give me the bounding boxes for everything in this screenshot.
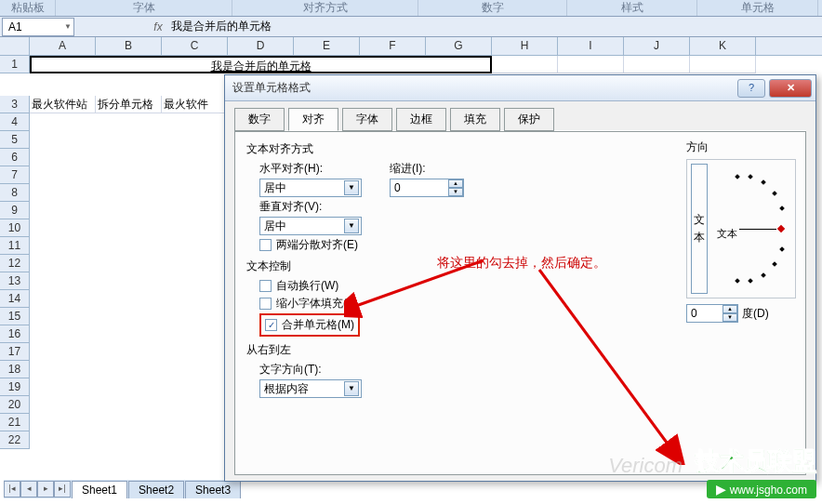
row-header[interactable]: 7: [0, 166, 30, 184]
row-header[interactable]: 18: [0, 361, 30, 378]
annotation-text: 将这里的勾去掉，然后确定。: [437, 255, 606, 272]
justify-distributed-checkbox[interactable]: [259, 239, 272, 251]
row-header[interactable]: 21: [0, 414, 30, 431]
row-header-1[interactable]: 1: [0, 56, 30, 73]
row-header[interactable]: 10: [0, 219, 30, 237]
col-header-a[interactable]: A: [30, 37, 96, 55]
ribbon-group-clipboard: 粘贴板: [0, 0, 56, 16]
spin-up-icon[interactable]: ▲: [723, 305, 737, 313]
orientation-dial[interactable]: 文本: [708, 164, 791, 294]
merge-cells-checkbox[interactable]: ✓: [265, 319, 277, 331]
sheet-nav-last-icon[interactable]: ▸|: [54, 481, 71, 497]
spin-up-icon[interactable]: ▲: [448, 179, 463, 188]
indent-value: 0: [394, 181, 401, 194]
row-header[interactable]: 8: [0, 184, 30, 202]
row-header[interactable]: 14: [0, 290, 30, 308]
cell-a3[interactable]: 最火软件站: [30, 96, 96, 113]
tab-border[interactable]: 边框: [396, 108, 446, 131]
text-direction-combo[interactable]: 根据内容 ▼: [259, 379, 362, 398]
col-header-b[interactable]: B: [96, 37, 162, 55]
row-header[interactable]: 15: [0, 308, 30, 325]
dropdown-arrow-icon[interactable]: ▼: [344, 219, 359, 233]
row-header[interactable]: 9: [0, 202, 30, 219]
dialog-close-button[interactable]: ✕: [769, 79, 812, 98]
name-box[interactable]: A1 ▼: [2, 18, 74, 36]
row-header-3[interactable]: 3: [0, 96, 30, 113]
ribbon-group-font: 字体: [56, 0, 232, 16]
spin-down-icon[interactable]: ▼: [723, 313, 737, 322]
tab-fill[interactable]: 填充: [450, 108, 500, 131]
wrap-text-label: 自动换行(W): [276, 278, 338, 294]
sheet-nav-prev-icon[interactable]: ◂: [20, 481, 37, 497]
formula-input[interactable]: 我是合并后的单元格: [167, 19, 822, 34]
dropdown-arrow-icon[interactable]: ▼: [344, 381, 359, 396]
col-header-k[interactable]: K: [690, 37, 756, 55]
row-header[interactable]: 11: [0, 237, 30, 255]
dropdown-arrow-icon[interactable]: ▼: [344, 180, 359, 195]
degree-label: 度(D): [742, 306, 769, 322]
format-cells-dialog: 设置单元格格式 ? ✕ 数字 对齐 字体 边框 填充 保护 文本对齐方式 水平对…: [224, 74, 816, 482]
indent-spinner[interactable]: 0 ▲▼: [390, 179, 464, 197]
dialog-help-button[interactable]: ?: [737, 79, 765, 98]
col-header-e[interactable]: E: [294, 37, 360, 55]
degree-spinner[interactable]: 0 ▲▼: [686, 304, 738, 323]
dial-text: 文本: [717, 227, 737, 241]
col-header-i[interactable]: I: [558, 37, 624, 55]
col-header-c[interactable]: C: [162, 37, 228, 55]
col-header-j[interactable]: J: [624, 37, 690, 55]
tab-font[interactable]: 字体: [342, 108, 392, 131]
name-box-dropdown-icon[interactable]: ▼: [64, 22, 72, 31]
row-header[interactable]: 4: [0, 113, 30, 131]
vertical-text-button[interactable]: 文 本: [691, 164, 708, 294]
sheet-nav-next-icon[interactable]: ▸: [37, 481, 54, 497]
col-header-d[interactable]: D: [228, 37, 294, 55]
row-header[interactable]: 19: [0, 378, 30, 396]
vertical-align-combo[interactable]: 居中 ▼: [259, 217, 362, 235]
row-header[interactable]: 17: [0, 343, 30, 361]
merged-cell-a1-g1[interactable]: 我是合并后的单元格: [30, 56, 492, 73]
dial-line: [739, 229, 776, 230]
name-box-value: A1: [8, 20, 22, 33]
col-header-h[interactable]: H: [492, 37, 558, 55]
wrap-text-checkbox[interactable]: [259, 280, 272, 292]
horizontal-align-combo[interactable]: 居中 ▼: [259, 179, 362, 197]
ribbon-group-labels: 粘贴板 字体 对齐方式 数字 样式 单元格: [0, 0, 822, 17]
sheet-tab-2[interactable]: Sheet2: [128, 481, 184, 498]
tab-alignment[interactable]: 对齐: [288, 108, 338, 131]
dialog-tabs: 数字 对齐 字体 边框 填充 保护: [234, 107, 806, 131]
vericom-watermark: Vericom: [608, 454, 683, 478]
row-header[interactable]: 16: [0, 325, 30, 343]
row-header[interactable]: 22: [0, 431, 30, 449]
cell[interactable]: [624, 56, 690, 73]
select-all-corner[interactable]: [0, 37, 30, 55]
shrink-to-fit-checkbox[interactable]: [259, 298, 272, 310]
col-header-g[interactable]: G: [426, 37, 492, 55]
fx-icon[interactable]: fx: [149, 20, 167, 33]
cell[interactable]: [558, 56, 624, 73]
merge-cells-label: 合并单元格(M): [282, 317, 354, 333]
sheet-tab-1[interactable]: Sheet1: [72, 481, 127, 498]
cell[interactable]: [690, 56, 756, 73]
tab-protection[interactable]: 保护: [504, 108, 554, 131]
site-watermark: 技术员联盟 ▶ www.jsgho.com: [696, 445, 816, 498]
dialog-title: 设置单元格格式: [232, 80, 737, 96]
row-header[interactable]: 12: [0, 255, 30, 272]
dialog-titlebar[interactable]: 设置单元格格式 ? ✕: [225, 75, 815, 101]
col-header-f[interactable]: F: [360, 37, 426, 55]
cell[interactable]: [492, 56, 558, 73]
sheet-nav-first-icon[interactable]: |◂: [4, 481, 20, 497]
tab-number[interactable]: 数字: [234, 108, 285, 131]
cell-c3[interactable]: 最火软件: [162, 96, 228, 113]
row-header[interactable]: 6: [0, 149, 30, 166]
row-header[interactable]: 5: [0, 131, 30, 149]
row-header[interactable]: 20: [0, 396, 30, 414]
vertical-align-value: 居中: [264, 219, 286, 234]
spin-down-icon[interactable]: ▼: [448, 188, 463, 196]
ribbon-group-styles: 样式: [567, 0, 697, 16]
dial-handle-icon[interactable]: [777, 225, 785, 232]
text-direction-value: 根据内容: [264, 381, 309, 397]
cell-b3[interactable]: 拆分单元格: [96, 96, 162, 113]
row-header[interactable]: 13: [0, 272, 30, 290]
justify-distributed-label: 两端分散对齐(E): [276, 237, 358, 253]
rtl-section: 从右到左: [246, 342, 794, 358]
